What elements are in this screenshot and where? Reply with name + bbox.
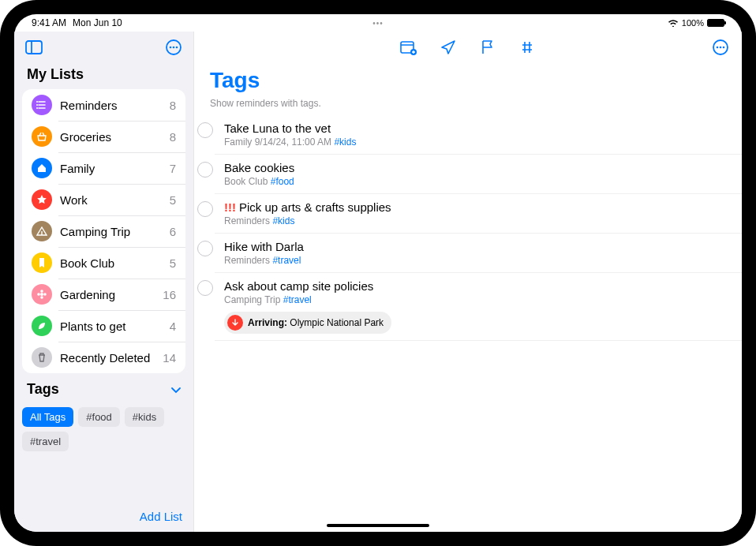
reminder-title: Hike with Darla	[224, 240, 726, 253]
list-name: Recently Deleted	[60, 351, 163, 365]
reminder-title: Bake cookies	[224, 161, 726, 174]
reminder-meta: Family 9/14/24, 11:00 AM #kids	[224, 136, 726, 148]
list-row[interactable]: Gardening16	[22, 279, 185, 310]
svg-point-9	[40, 293, 43, 296]
battery-percent: 100%	[682, 18, 704, 28]
svg-point-5	[176, 47, 178, 49]
sidebar-toolbar	[14, 32, 193, 63]
tags-header-row[interactable]: Tags	[22, 373, 185, 404]
reminder-row[interactable]: !!!Pick up arts & crafts suppliesReminde…	[215, 194, 742, 234]
trash-icon	[32, 347, 52, 368]
priority-indicator: !!!	[224, 200, 236, 214]
list-name: Gardening	[60, 288, 163, 301]
chevron-down-icon	[171, 381, 181, 398]
reminder-tag: #kids	[334, 136, 356, 148]
svg-point-8	[36, 107, 38, 109]
list-row[interactable]: Work5	[22, 184, 185, 215]
reminder-tag: #kids	[272, 215, 294, 226]
reminder-title: Ask about camp site policies	[224, 279, 726, 293]
complete-toggle[interactable]	[197, 122, 213, 138]
reminder-row[interactable]: Take Luna to the vetFamily 9/14/24, 11:0…	[215, 115, 742, 155]
list-row[interactable]: Recently Deleted14	[22, 342, 185, 373]
list-name: Plants to get	[60, 320, 170, 333]
svg-point-11	[40, 296, 43, 299]
list-row[interactable]: Groceries8	[22, 121, 185, 152]
list-row[interactable]: Book Club5	[22, 247, 185, 279]
svg-point-6	[36, 101, 38, 103]
complete-toggle[interactable]	[197, 162, 213, 178]
lists-card: Reminders8Groceries8Family7Work5Camping …	[22, 89, 185, 373]
list-count: 16	[163, 288, 176, 301]
status-date: Mon Jun 10	[73, 17, 122, 28]
svg-point-18	[717, 47, 719, 49]
reminder-meta: Reminders #travel	[224, 255, 726, 266]
list-name: Work	[60, 193, 170, 207]
more-options-button[interactable]	[163, 37, 184, 58]
complete-toggle[interactable]	[197, 201, 213, 217]
reminder-row[interactable]: Hike with DarlaReminders #travel	[215, 234, 742, 273]
reminder-meta: Camping Trip #travel	[224, 294, 726, 305]
reminder-title: !!!Pick up arts & crafts supplies	[224, 200, 726, 214]
multitask-dots[interactable]: •••	[372, 19, 384, 28]
page-title: Tags	[194, 63, 742, 93]
complete-toggle[interactable]	[197, 241, 213, 256]
reminder-tag: #food	[271, 176, 294, 187]
house-icon	[32, 158, 52, 178]
flag-button[interactable]	[477, 37, 498, 58]
reminder-tag: #travel	[272, 255, 301, 266]
list-row[interactable]: Reminders8	[22, 89, 185, 121]
calendar-add-button[interactable]	[399, 37, 419, 58]
tag-chip[interactable]: #travel	[22, 432, 69, 451]
reminder-meta: Reminders #kids	[224, 215, 726, 226]
page-subtitle: Show reminders with tags.	[194, 93, 742, 115]
bookmark-icon	[32, 252, 52, 273]
svg-point-4	[173, 47, 175, 49]
flower-icon	[32, 284, 52, 305]
list-count: 7	[170, 162, 176, 175]
sidebar: My Lists Reminders8Groceries8Family7Work…	[14, 32, 194, 532]
battery-icon	[707, 19, 724, 27]
list-name: Family	[60, 162, 170, 175]
reminder-row[interactable]: Ask about camp site policiesCamping Trip…	[215, 273, 742, 341]
add-list-button[interactable]: Add List	[140, 510, 182, 523]
list-count: 8	[170, 130, 176, 144]
list-name: Book Club	[60, 256, 170, 270]
list-count: 5	[170, 256, 176, 270]
leaf-icon	[32, 316, 52, 336]
hlist-icon	[32, 95, 52, 115]
svg-rect-0	[26, 41, 42, 54]
complete-toggle[interactable]	[197, 280, 213, 296]
location-arrive-icon	[227, 315, 243, 331]
list-count: 6	[170, 225, 176, 238]
location-pill[interactable]: Arriving: Olympic National Park	[224, 312, 391, 334]
home-indicator[interactable]	[327, 524, 429, 527]
basket-icon	[32, 126, 52, 147]
tag-chip[interactable]: #kids	[125, 407, 164, 427]
tag-button[interactable]	[517, 37, 537, 58]
ipad-device-frame: ••• 9:41 AM Mon Jun 10 100%	[0, 0, 756, 546]
list-name: Groceries	[60, 130, 170, 144]
tags-header-label: Tags	[27, 381, 59, 398]
list-row[interactable]: Family7	[22, 152, 185, 184]
list-name: Camping Trip	[60, 225, 170, 238]
list-row[interactable]: Plants to get4	[22, 310, 185, 342]
reminder-row[interactable]: Bake cookiesBook Club #food	[215, 155, 742, 194]
star-icon	[32, 189, 52, 210]
main-more-button[interactable]	[710, 37, 731, 58]
svg-point-3	[170, 47, 172, 49]
list-row[interactable]: Camping Trip6	[22, 215, 185, 247]
svg-point-19	[720, 47, 722, 49]
list-name: Reminders	[60, 99, 170, 112]
tag-chip[interactable]: #food	[78, 407, 120, 427]
svg-point-13	[43, 293, 47, 296]
location-button[interactable]	[438, 37, 458, 58]
tag-chip[interactable]: All Tags	[22, 407, 73, 427]
reminder-title: Take Luna to the vet	[224, 122, 726, 135]
main-pane: Tags Show reminders with tags. Take Luna…	[194, 32, 742, 532]
tent-icon	[32, 221, 52, 241]
sidebar-toggle-button[interactable]	[24, 37, 44, 58]
status-time: 9:41 AM	[32, 17, 66, 28]
app-body: My Lists Reminders8Groceries8Family7Work…	[14, 32, 742, 532]
reminder-tag: #travel	[283, 294, 312, 305]
reminders-list: Take Luna to the vetFamily 9/14/24, 11:0…	[194, 115, 742, 532]
